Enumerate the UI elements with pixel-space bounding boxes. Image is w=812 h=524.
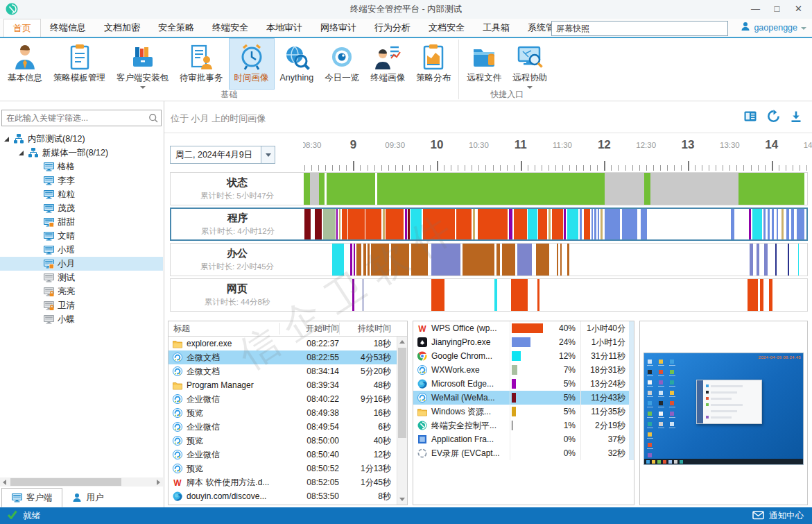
search-input[interactable] [551,21,728,36]
window-row[interactable]: 企业微信 08:40:22 9分16秒 [169,392,407,406]
timeline-plot[interactable] [304,209,806,239]
details-view-icon[interactable] [743,110,757,124]
tree-item[interactable]: 小瑶 [0,243,163,257]
ribbon-button[interactable]: 今日一览 [319,38,365,90]
app-row[interactable]: WeMail (WeMa... 5% 11分43秒 [413,391,634,405]
timeline-plot[interactable] [304,244,807,276]
app-row[interactable]: Application Fra... 0% 37秒 [413,432,634,446]
menu-tab-6[interactable]: 网络审计 [311,19,365,37]
scrollbar-thumb[interactable] [398,348,406,438]
download-icon[interactable] [790,110,802,125]
ribbon-button[interactable]: 基本信息 [2,38,48,90]
ribbon-button[interactable]: Anything [275,38,320,90]
chevron-down-icon[interactable] [261,146,275,163]
timeline-plot[interactable] [304,279,807,311]
ribbon-button[interactable]: 远程协助 [507,38,553,90]
app-row[interactable]: Google Chrom... 12% 31分11秒 [413,349,634,363]
window-row[interactable]: explorer.exe 08:22:37 18秒 [169,337,407,350]
window-row[interactable]: 预览 08:50:52 1分13秒 [169,462,407,475]
tree-filter-input[interactable] [2,110,144,126]
menu-tab-1[interactable]: 终端信息 [41,19,95,37]
window-row[interactable]: Program Manager 08:39:34 48秒 [169,378,407,392]
app-row[interactable]: JianyingPro.exe 24% 1小时1分 [413,335,634,349]
refresh-icon[interactable] [767,110,780,125]
ribbon-button[interactable]: 客户端安装包 [111,38,174,90]
tree-item[interactable]: 小月 [0,257,163,271]
axis-label: 14 [765,138,778,152]
app-row[interactable]: WWPS Office (wp... 40% 1小时40分 [413,321,634,335]
ribbon-button[interactable]: 终端画像 [365,38,411,90]
window-row[interactable]: 预览 08:49:38 16秒 [169,406,407,420]
ribbon-button[interactable]: 策略分布 [411,38,456,90]
window-row[interactable]: 企微文档 08:22:55 4分53秒 [169,350,407,364]
ribbon-button[interactable]: 策略模板管理 [48,38,111,90]
notification-center[interactable]: 通知中心 [752,507,804,524]
window-row[interactable]: 企业微信 08:49:54 6秒 [169,420,407,434]
tree-item[interactable]: 小蝶 [0,312,163,326]
horizontal-scrollbar[interactable] [0,477,163,487]
chevron-down-icon[interactable] [527,86,533,89]
scroll-down-icon[interactable] [397,495,407,505]
tree-expand-icon[interactable] [19,151,24,155]
app-row[interactable]: WXWork.exe 7% 18分31秒 [413,363,634,377]
scroll-left-icon[interactable] [0,477,10,487]
tree-item[interactable]: 测试 [0,271,163,285]
close-button[interactable]: ✕ [788,0,809,19]
app-row[interactable]: Microsoft Edge... 5% 13分24秒 [413,377,634,391]
user-menu[interactable]: gaopengge [741,22,806,33]
app-row[interactable]: Windows 资源... 5% 11分35秒 [413,405,634,419]
window-row[interactable]: 企微文档 08:34:14 5分20秒 [169,364,407,378]
tree-item[interactable]: 李李 [0,174,163,187]
app-row[interactable]: EV录屏 (EVCapt... 0% 32秒 [413,446,634,460]
timeline-row-网页[interactable]: 网页 累计时长: 44分8秒 [170,278,808,312]
window-row[interactable]: douyin.com/discove... 08:53:50 8秒 [169,489,407,503]
tree-expand-icon[interactable] [4,137,9,142]
date-picker[interactable]: 周二, 2024年4月9日 [170,146,275,164]
menu-tab-0[interactable]: 首页 [3,19,41,37]
menu-tab-7[interactable]: 行为分析 [365,19,420,37]
menu-tab-4[interactable]: 终端安全 [203,19,257,37]
chevron-down-icon[interactable] [140,86,146,89]
desktop-screenshot[interactable]: 2024-04-09 08:24:45 [643,353,804,465]
tree-item[interactable]: 新媒体一部(8/12) [0,146,163,160]
search-icon[interactable] [148,113,159,126]
tree-item[interactable]: 茂茂 [0,201,163,215]
menu-tab-3[interactable]: 安全策略 [149,19,203,37]
tree-item[interactable]: 甜甜 [0,215,163,229]
window-title-cell: explorer.exe [187,339,232,348]
tree-item[interactable]: 粒粒 [0,187,163,201]
menu-tab-8[interactable]: 文档安全 [420,19,474,37]
vertical-scrollbar[interactable] [397,337,407,505]
menu-tab-9[interactable]: 工具箱 [474,19,519,37]
tree-item[interactable]: 内部测试(8/12) [0,132,163,146]
window-row[interactable]: 企业微信 08:50:40 12秒 [169,448,407,462]
timeline-plot[interactable] [304,173,807,205]
menu-tab-5[interactable]: 本地审计 [257,19,311,37]
menu-tab-2[interactable]: 文档加密 [95,19,149,37]
scroll-up-icon[interactable] [397,337,407,346]
app-name-cell: Windows 资源... [431,406,491,418]
ribbon-button[interactable]: 待审批事务 [174,38,229,90]
tree-item[interactable]: 格格 [0,160,163,174]
timeline-segment [365,209,381,239]
tree-item[interactable]: 亮亮 [0,285,163,298]
tree-item[interactable]: 文晴 [0,229,163,243]
tree-item-label: 文晴 [58,230,75,242]
sidebar-tab-1[interactable]: 用户 [62,488,113,507]
scroll-right-icon[interactable] [153,477,163,487]
tree-item[interactable]: 卫清 [0,298,163,312]
ribbon-button[interactable]: 时间画像 [229,38,275,90]
timeline-row-办公[interactable]: 办公 累计时长: 2小时45分 [170,243,808,276]
vertical-scrollbar[interactable] [629,321,634,460]
minimize-button[interactable]: — [745,0,766,19]
scrollbar-thumb[interactable] [10,478,121,486]
ribbon-button[interactable]: 远程文件 [461,38,507,90]
timeline-row-状态[interactable]: 状态 累计时长: 5小时47分 [170,172,808,205]
timeline-row-程序[interactable]: 程序 累计时长: 4小时12分 [170,208,808,241]
window-row[interactable]: W脚本 软件使用方法.d... 08:52:05 1分45秒 [169,475,407,489]
app-row[interactable]: 终端安全控制平... 1% 2分19秒 [413,419,634,432]
window-row[interactable]: 预览 08:50:00 40秒 [169,434,407,448]
sidebar-tab-0[interactable]: 客户端 [1,488,62,507]
maximize-button[interactable]: □ [766,0,788,19]
axis-tick [444,165,444,171]
